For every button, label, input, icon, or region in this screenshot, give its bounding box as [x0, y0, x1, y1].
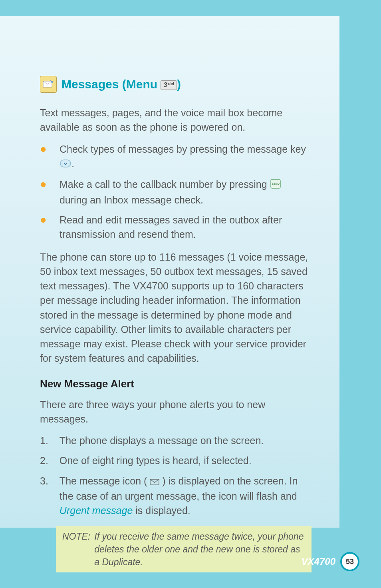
messages-menu-icon: [40, 76, 57, 93]
intro-paragraph: Text messages, pages, and the voice mail…: [40, 106, 312, 135]
numbered-text: One of eight ring types is heard, if sel…: [60, 453, 312, 468]
bullet-dot-icon: ●: [40, 142, 47, 172]
svg-rect-1: [60, 160, 71, 167]
num-marker: 2.: [40, 453, 48, 468]
section-title: Messages (Menu 3 def): [40, 76, 312, 93]
section-title-text: Messages (Menu 3 def): [62, 78, 181, 91]
bullet-text: Read and edit messages saved in the outb…: [60, 213, 312, 242]
num-tail: is displayed.: [133, 505, 190, 516]
page-footer: VX4700 53: [302, 552, 359, 571]
storage-paragraph: The phone can store up to 116 messages (…: [40, 250, 312, 366]
num-marker: 1.: [40, 433, 48, 448]
bullet-item: ● Check types of messages by pressing th…: [40, 142, 312, 172]
numbered-list: 1. The phone displays a message on the s…: [40, 433, 312, 518]
numbered-item: 3. The message icon ( ) is displayed on …: [40, 474, 312, 518]
model-name: VX4700: [302, 556, 335, 567]
send-key-icon: SEND: [270, 178, 281, 193]
title-prefix: Messages (Menu: [62, 78, 161, 91]
bullet-list: ● Check types of messages by pressing th…: [40, 142, 312, 242]
numbered-text: The phone displays a message on the scre…: [60, 433, 312, 448]
key-3def-icon: 3 def: [161, 80, 177, 90]
bullet-dot-icon: ●: [40, 177, 47, 207]
num-marker: 3.: [40, 474, 48, 518]
key-3-digit: 3: [163, 82, 167, 88]
bullet-item: ● Make a call to the callback number by …: [40, 177, 312, 207]
bullet-item: ● Read and edit messages saved in the ou…: [40, 213, 312, 242]
numbered-item: 2. One of eight ring types is heard, if …: [40, 453, 312, 468]
num-pre: The message icon (: [60, 475, 150, 486]
urgent-message-label: Urgent message: [60, 505, 133, 516]
title-suffix: ): [177, 78, 181, 91]
page-content: Messages (Menu 3 def) Text messages, pag…: [0, 16, 339, 528]
bullet-post: during an Inbox message check.: [60, 194, 203, 205]
bullet-text: Check types of messages by pressing the …: [60, 142, 312, 172]
numbered-text: The message icon ( ) is displayed on the…: [60, 474, 312, 518]
message-key-icon: [60, 157, 71, 171]
svg-text:SEND: SEND: [272, 182, 279, 185]
bullet-pre: Check types of messages by pressing the …: [60, 144, 306, 155]
note-text: If you receive the same message twice, y…: [94, 530, 305, 569]
bullet-text: Make a call to the callback number by pr…: [60, 177, 312, 207]
subsection-intro: There are three ways your phone alerts y…: [40, 397, 312, 427]
numbered-item: 1. The phone displays a message on the s…: [40, 433, 312, 448]
bullet-post: .: [71, 158, 74, 169]
envelope-icon: [150, 474, 159, 489]
note-box: NOTE: If you receive the same message tw…: [56, 526, 312, 573]
key-def-label: def: [167, 82, 174, 86]
subsection-title: New Message Alert: [40, 378, 312, 390]
page-number: 53: [340, 552, 359, 571]
bullet-dot-icon: ●: [40, 213, 47, 242]
bullet-pre: Make a call to the callback number by pr…: [60, 179, 270, 190]
note-label: NOTE:: [62, 530, 90, 569]
